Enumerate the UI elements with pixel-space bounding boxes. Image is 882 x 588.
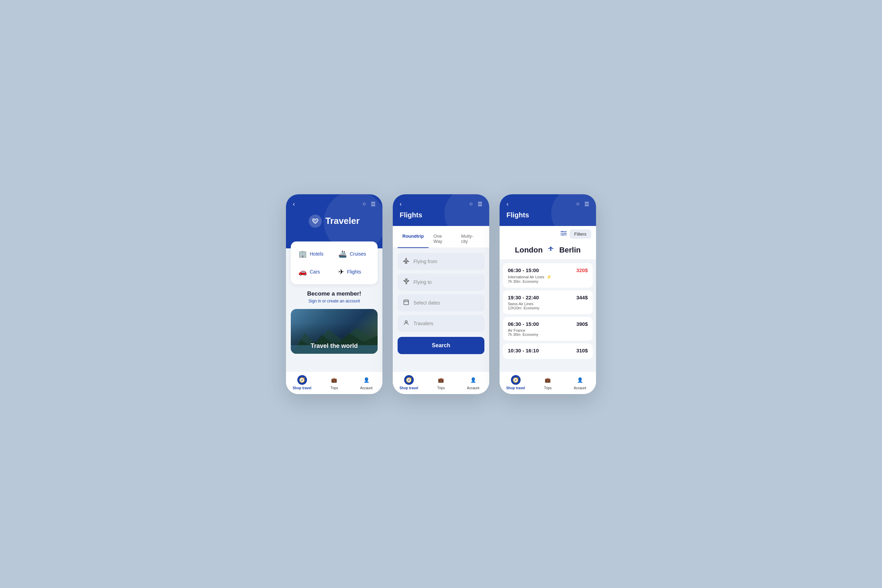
flying-to-icon bbox=[403, 278, 409, 286]
flying-from-field[interactable]: Flying from bbox=[398, 253, 484, 270]
hero-text: Travel the world bbox=[291, 342, 378, 350]
trips-label-2: Trips bbox=[437, 386, 445, 390]
flight-airline-1: International Air Lines bbox=[508, 275, 544, 279]
services-menu: 🏢 Hotels 🚢 Cruises 🚗 Cars ✈ Flights bbox=[291, 242, 378, 284]
hotels-label: Hotels bbox=[310, 251, 324, 256]
select-dates-field[interactable]: Select dates bbox=[398, 294, 484, 311]
search-icon-phone3[interactable]: ○ bbox=[576, 201, 579, 207]
member-section: Become a member! Sign in or create an ac… bbox=[286, 284, 382, 306]
flight-duration-3: 7h 30m bbox=[508, 332, 520, 336]
svg-point-14 bbox=[562, 235, 563, 236]
tab-roundtrip[interactable]: Roundtrip bbox=[398, 231, 429, 248]
hero-image: Travel the world bbox=[291, 309, 378, 354]
results-filter-row: Filters bbox=[500, 226, 596, 242]
flight-duration-1: 7h 30m bbox=[508, 279, 520, 284]
flight-price-4: 310$ bbox=[576, 348, 588, 353]
flight-card-2[interactable]: 19:30 - 22:40 344$ Swiss Air Lines 12h10… bbox=[503, 290, 592, 314]
menu-icon-phone3[interactable]: ☰ bbox=[584, 201, 589, 207]
cruises-label: Cruises bbox=[350, 251, 366, 256]
member-subtitle[interactable]: Sign in or create an account bbox=[291, 298, 378, 303]
hotels-icon: 🏢 bbox=[298, 250, 307, 258]
tab-multicity[interactable]: Multy-city bbox=[456, 231, 484, 248]
nav-trips-phone2[interactable]: 💼 Trips bbox=[430, 375, 452, 390]
nav-account-phone1[interactable]: 👤 Accaunt bbox=[356, 375, 376, 390]
flight-airline-3: Air France bbox=[508, 328, 525, 332]
travelers-field[interactable]: Travalers bbox=[398, 315, 484, 332]
trips-icon-2: 💼 bbox=[436, 375, 446, 385]
nav-shop-travel-phone1[interactable]: 🧭 Shop travel bbox=[292, 375, 312, 390]
menu-icon-phone2[interactable]: ☰ bbox=[477, 201, 482, 207]
nav-trips-phone1[interactable]: 💼 Trips bbox=[324, 375, 345, 390]
flight-airline-2: Swiss Air Lines bbox=[508, 302, 533, 306]
compass-icon: 🧭 bbox=[297, 375, 307, 385]
phone1-header: ‹ ○ ☰ Traveler bbox=[286, 194, 382, 248]
back-button-phone2[interactable]: ‹ bbox=[400, 201, 402, 208]
menu-cars[interactable]: 🚗 Cars bbox=[296, 264, 333, 279]
phone-results: ‹ ○ ☰ Flights bbox=[500, 194, 596, 394]
header-actions-phone3: ○ ☰ bbox=[576, 201, 589, 207]
flying-to-field[interactable]: Flying to bbox=[398, 273, 484, 291]
menu-icon-phone1[interactable]: ☰ bbox=[371, 201, 375, 207]
svg-point-12 bbox=[562, 231, 562, 232]
svg-point-8 bbox=[405, 321, 407, 323]
shop-travel-label: Shop travel bbox=[292, 386, 311, 390]
route-header: London Berlin bbox=[500, 242, 596, 260]
tab-oneway[interactable]: One Way bbox=[429, 231, 456, 248]
flight-time-4: 10:30 - 16:10 bbox=[508, 348, 539, 353]
flight-class-2: Economy bbox=[524, 306, 540, 310]
header-nav-phone1: ‹ ○ ☰ bbox=[293, 201, 375, 208]
search-icon-phone1[interactable]: ○ bbox=[363, 201, 366, 207]
phone3-header: ‹ ○ ☰ Flights bbox=[500, 194, 596, 226]
flight-row2-2: Swiss Air Lines bbox=[508, 302, 588, 306]
nav-shop-travel-phone3[interactable]: 🧭 Shop travel bbox=[506, 375, 526, 390]
nav-account-phone2[interactable]: 👤 Accaunt bbox=[463, 375, 483, 390]
search-icon-phone2[interactable]: ○ bbox=[469, 201, 473, 207]
svg-point-0 bbox=[314, 219, 315, 220]
origin-city: London bbox=[515, 246, 543, 255]
nav-trips-phone3[interactable]: 💼 Trips bbox=[537, 375, 558, 390]
search-form: Flying from Flying to bbox=[393, 248, 489, 371]
trip-type-tabs: Roundtrip One Way Multy-city bbox=[393, 226, 489, 248]
flying-from-icon bbox=[403, 258, 409, 265]
trips-icon: 💼 bbox=[329, 375, 339, 385]
results-page-title: Flights bbox=[507, 211, 589, 219]
travelers-placeholder: Travalers bbox=[413, 321, 434, 326]
bottom-nav-phone1: 🧭 Shop travel 💼 Trips 👤 Accaunt bbox=[286, 371, 382, 394]
filters-button[interactable]: Filters bbox=[570, 230, 591, 239]
flight-row1-2: 19:30 - 22:40 344$ bbox=[508, 294, 588, 300]
nav-shop-travel-phone2[interactable]: 🧭 Shop travel bbox=[399, 375, 419, 390]
phone1-body: 🏢 Hotels 🚢 Cruises 🚗 Cars ✈ Flights bbox=[286, 248, 382, 394]
phone2-header: ‹ ○ ☰ Flights bbox=[393, 194, 489, 226]
nav-account-phone3[interactable]: 👤 Accaunt bbox=[570, 375, 590, 390]
flight-price-1: 320$ bbox=[576, 267, 588, 273]
flying-from-placeholder: Flying from bbox=[413, 259, 437, 264]
flight-row2-3: Air France bbox=[508, 328, 588, 332]
flight-class-3: Economy bbox=[523, 332, 538, 336]
flight-row3-1: 7h 30m Economy bbox=[508, 279, 588, 284]
flight-card-4[interactable]: 10:30 - 16:10 310$ bbox=[503, 344, 592, 359]
filter-icon[interactable] bbox=[561, 231, 567, 237]
search-button[interactable]: Search bbox=[398, 337, 484, 354]
flights-list: 06:30 - 15:00 320$ International Air Lin… bbox=[500, 260, 596, 362]
flight-card-1[interactable]: 06:30 - 15:00 320$ International Air Lin… bbox=[503, 263, 592, 288]
header-nav-phone3: ‹ ○ ☰ bbox=[507, 201, 589, 208]
shop-travel-label-3: Shop travel bbox=[506, 386, 525, 390]
flight-card-3[interactable]: 06:30 - 15:00 390$ Air France 7h 30m Eco… bbox=[503, 317, 592, 340]
phone-home: ‹ ○ ☰ Traveler 🏢 bbox=[286, 194, 382, 394]
account-label-3: Accaunt bbox=[574, 386, 586, 390]
flights-page-title: Flights bbox=[400, 211, 482, 219]
trips-icon-3: 💼 bbox=[543, 375, 553, 385]
account-icon-3: 👤 bbox=[575, 375, 585, 385]
svg-point-13 bbox=[564, 233, 566, 234]
menu-hotels[interactable]: 🏢 Hotels bbox=[296, 246, 333, 261]
menu-cruises[interactable]: 🚢 Cruises bbox=[336, 246, 373, 261]
menu-flights[interactable]: ✈ Flights bbox=[336, 264, 373, 279]
flight-row2-1: International Air Lines ⚡ bbox=[508, 274, 588, 279]
app-name: Traveler bbox=[325, 216, 360, 226]
back-button-phone1[interactable]: ‹ bbox=[293, 201, 295, 208]
back-button-phone3[interactable]: ‹ bbox=[507, 201, 508, 208]
results-body: Filters London Berlin 06:30 - 15:00 bbox=[500, 226, 596, 371]
account-label-2: Accaunt bbox=[467, 386, 479, 390]
flight-row1-1: 06:30 - 15:00 320$ bbox=[508, 267, 588, 273]
person-icon bbox=[403, 320, 409, 327]
